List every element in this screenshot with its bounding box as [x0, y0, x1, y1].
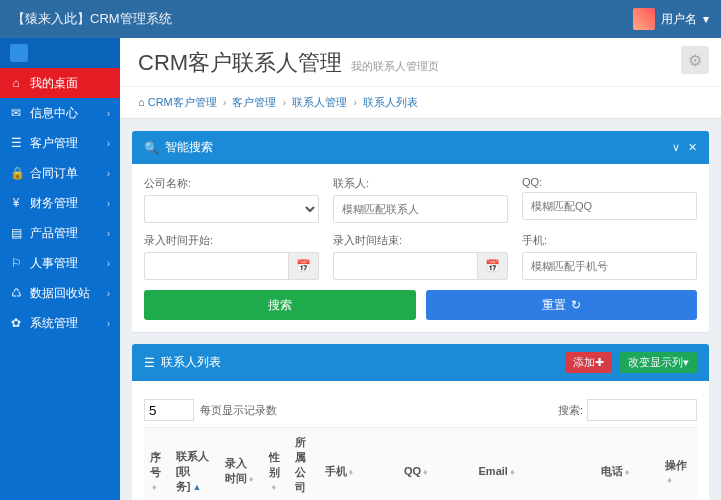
home-icon: ⌂: [138, 96, 145, 108]
sort-icon: ♦: [625, 467, 630, 477]
app-brand: 【猿来入此】CRM管理系统: [12, 10, 172, 28]
column-header[interactable]: 序号♦: [144, 428, 170, 501]
column-header[interactable]: 联系人[职务]▲: [170, 428, 219, 501]
chevron-right-icon: ›: [107, 168, 110, 179]
column-header[interactable]: 所属公司♦: [289, 428, 318, 501]
settings-button[interactable]: ⚙: [681, 46, 709, 74]
contact-input[interactable]: [333, 195, 508, 223]
chevron-right-icon: ›: [107, 228, 110, 239]
sidebar: ⌂我的桌面✉信息中心›☰客户管理›🔒合同订单›¥财务管理›▤产品管理›⚐人事管理…: [0, 38, 120, 500]
company-select[interactable]: [144, 195, 319, 223]
sort-icon: ♦: [249, 474, 254, 484]
nav-icon: ⌂: [10, 76, 22, 90]
avatar: [633, 8, 655, 30]
search-icon: 🔍: [144, 141, 159, 155]
nav-icon: 🔒: [10, 166, 22, 180]
sidebar-item[interactable]: ☰客户管理›: [0, 128, 120, 158]
company-label: 公司名称:: [144, 176, 319, 191]
column-header[interactable]: 手机♦: [319, 428, 398, 501]
nav-icon: ♺: [10, 286, 22, 300]
page-size-input[interactable]: [144, 399, 194, 421]
column-header[interactable]: QQ♦: [398, 428, 473, 501]
sort-icon: ♦: [667, 475, 672, 485]
nav-icon: ¥: [10, 196, 22, 210]
column-header[interactable]: 操作♦: [659, 428, 697, 501]
nav-icon: ⚐: [10, 256, 22, 270]
sidebar-item[interactable]: ✿系统管理›: [0, 308, 120, 338]
end-date-input[interactable]: [333, 252, 478, 280]
sort-icon: ♦: [510, 467, 515, 477]
breadcrumb-link[interactable]: 联系人列表: [363, 96, 418, 108]
breadcrumb-link[interactable]: CRM客户管理: [148, 96, 217, 108]
nav-icon: ✉: [10, 106, 22, 120]
chevron-right-icon: ›: [107, 138, 110, 149]
sort-icon: ♦: [271, 482, 276, 492]
sidebar-item-label: 合同订单: [30, 165, 78, 182]
columns-button[interactable]: 改变显示列▾: [620, 352, 697, 373]
search-button[interactable]: 搜索: [144, 290, 416, 320]
sidebar-item-label: 数据回收站: [30, 285, 90, 302]
panel-title: 联系人列表: [161, 354, 221, 371]
table-search-label: 搜索:: [558, 403, 583, 418]
qq-label: QQ:: [522, 176, 697, 188]
sidebar-toggle[interactable]: [0, 38, 120, 68]
mobile-label: 手机:: [522, 233, 697, 248]
mobile-input[interactable]: [522, 252, 697, 280]
chevron-right-icon: ›: [107, 108, 110, 119]
sort-icon: ▲: [193, 482, 202, 492]
sidebar-item-label: 系统管理: [30, 315, 78, 332]
calendar-icon[interactable]: 📅: [478, 252, 508, 280]
chevron-right-icon: ›: [107, 288, 110, 299]
sidebar-item[interactable]: ⌂我的桌面: [0, 68, 120, 98]
sort-icon: ♦: [349, 467, 354, 477]
gear-icon: ⚙: [688, 51, 702, 70]
end-date-label: 录入时间结束:: [333, 233, 508, 248]
sort-icon: ♦: [152, 482, 157, 492]
collapse-icon[interactable]: ∨: [672, 141, 680, 154]
calendar-icon[interactable]: 📅: [289, 252, 319, 280]
page-subtitle: 我的联系人管理页: [351, 60, 439, 72]
list-panel: ☰ 联系人列表 添加✚ 改变显示列▾ 每页显示记录数 搜索:: [132, 344, 709, 500]
sidebar-item-label: 人事管理: [30, 255, 78, 272]
sidebar-item[interactable]: 🔒合同订单›: [0, 158, 120, 188]
breadcrumb-link[interactable]: 客户管理: [232, 96, 276, 108]
panel-title: 智能搜索: [165, 139, 213, 156]
contacts-table: 序号♦联系人[职务]▲录入时间♦性别♦所属公司♦手机♦QQ♦Email♦电话♦操…: [144, 427, 697, 500]
sidebar-item-label: 财务管理: [30, 195, 78, 212]
search-panel: 🔍 智能搜索 ∨ ✕ 公司名称: 联系人:: [132, 131, 709, 332]
table-search-input[interactable]: [587, 399, 697, 421]
refresh-icon: ↻: [571, 298, 581, 312]
page-size-label: 每页显示记录数: [200, 403, 277, 418]
sidebar-item-label: 信息中心: [30, 105, 78, 122]
page-title: CRM客户联系人管理: [138, 48, 342, 78]
column-header[interactable]: 录入时间♦: [219, 428, 264, 501]
user-menu[interactable]: 用户名 ▾: [633, 8, 709, 30]
breadcrumb-link[interactable]: 联系人管理: [292, 96, 347, 108]
list-icon: ☰: [144, 356, 155, 370]
column-header[interactable]: 电话♦: [595, 428, 659, 501]
start-date-label: 录入时间开始:: [144, 233, 319, 248]
chevron-right-icon: ›: [107, 198, 110, 209]
column-header[interactable]: 性别♦: [263, 428, 289, 501]
close-icon[interactable]: ✕: [688, 141, 697, 154]
sidebar-item-label: 产品管理: [30, 225, 78, 242]
contact-label: 联系人:: [333, 176, 508, 191]
column-header[interactable]: Email♦: [473, 428, 595, 501]
add-button[interactable]: 添加✚: [565, 352, 612, 373]
sidebar-item[interactable]: ▤产品管理›: [0, 218, 120, 248]
sidebar-item[interactable]: ¥财务管理›: [0, 188, 120, 218]
sidebar-item-label: 客户管理: [30, 135, 78, 152]
nav-icon: ▤: [10, 226, 22, 240]
nav-icon: ☰: [10, 136, 22, 150]
breadcrumb: ⌂ CRM客户管理›客户管理›联系人管理›联系人列表: [120, 87, 721, 119]
sidebar-item[interactable]: ♺数据回收站›: [0, 278, 120, 308]
sidebar-item[interactable]: ⚐人事管理›: [0, 248, 120, 278]
chevron-right-icon: ›: [107, 258, 110, 269]
sidebar-item[interactable]: ✉信息中心›: [0, 98, 120, 128]
sidebar-item-label: 我的桌面: [30, 75, 78, 92]
chevron-right-icon: ›: [107, 318, 110, 329]
sort-icon: ♦: [423, 467, 428, 477]
qq-input[interactable]: [522, 192, 697, 220]
reset-button[interactable]: 重置 ↻: [426, 290, 698, 320]
start-date-input[interactable]: [144, 252, 289, 280]
